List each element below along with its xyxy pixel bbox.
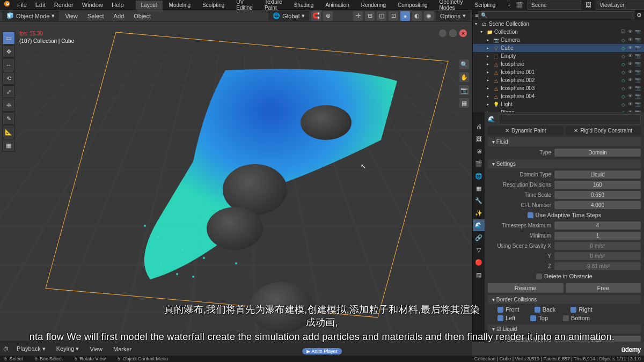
tool-transform[interactable]: ✛ <box>2 99 15 112</box>
menu-help[interactable]: Help <box>107 0 128 10</box>
workspace-tab-layout[interactable]: Layout <box>136 1 163 10</box>
menu-file[interactable]: File <box>13 0 31 10</box>
ptab-render[interactable]: 🖨 <box>473 121 485 132</box>
shade-wire[interactable]: ⊡ <box>389 11 398 21</box>
ptab-output[interactable]: 🖼 <box>473 133 485 145</box>
tree-item[interactable]: ▸△Icosphere.004◇👁📷 <box>473 92 644 100</box>
workspace-tab-rendering[interactable]: Rendering <box>356 1 391 10</box>
ptab-constraints[interactable]: 🔗 <box>473 232 485 243</box>
tree-item[interactable]: ▸△Icosphere.002◇👁📷 <box>473 76 644 84</box>
tree-item[interactable]: ▸△Icosphere◇👁📷 <box>473 60 644 68</box>
ptab-mesh[interactable]: ▽ <box>473 244 485 256</box>
tree-collection[interactable]: ▾📁Collection ☑👁📷 <box>473 28 644 36</box>
tool-rotate[interactable]: ⟲ <box>2 72 15 85</box>
tsmax-input[interactable]: 4 <box>554 221 641 230</box>
add-menu[interactable]: Add <box>110 11 128 21</box>
workspace-tab-modeling[interactable]: Modeling <box>164 1 196 10</box>
nav-gizmo[interactable]: Y Z X <box>439 29 467 57</box>
adaptive-checkbox[interactable] <box>528 212 533 218</box>
border-heading[interactable]: ▾ Border Collisions <box>488 295 641 304</box>
tool-measure[interactable]: 📐 <box>2 125 15 138</box>
shade-solid[interactable]: ● <box>400 11 410 21</box>
overlay-toggle[interactable]: ⊞ <box>365 11 375 21</box>
scene-name-input[interactable] <box>528 1 581 10</box>
ptab-modifiers[interactable]: 🔧 <box>473 195 485 206</box>
workspace-add[interactable]: + <box>502 1 516 10</box>
menu-edit[interactable]: Edit <box>31 0 50 10</box>
object-menu[interactable]: Object <box>130 11 155 21</box>
perspective-icon[interactable]: ▦ <box>459 98 469 108</box>
ptab-object[interactable]: ▦ <box>473 182 485 194</box>
ptab-particles[interactable]: ✨ <box>473 207 485 219</box>
dynamic-paint-tab[interactable]: ✕Dynamic Paint <box>488 126 564 135</box>
tl-playback[interactable]: Playback ▾ <box>13 344 49 353</box>
view-menu[interactable]: View <box>61 11 82 21</box>
mode-selector[interactable]: 🧊Object Mode▾ <box>2 11 59 21</box>
viewlayer-name-input[interactable] <box>596 1 644 10</box>
tl-keying[interactable]: Keying ▾ <box>53 344 83 353</box>
workspace-tab-compositing[interactable]: Compositing <box>392 1 433 10</box>
orientation-select[interactable]: 🌐Global▾ <box>268 11 309 21</box>
ptab-physics[interactable]: 🌊 <box>473 219 485 231</box>
workspace-tab-animation[interactable]: Animation <box>320 1 354 10</box>
ptab-material[interactable]: 🔴 <box>473 256 485 268</box>
rigid-body-tab[interactable]: ✕Rigid Body Constraint <box>566 126 641 135</box>
pan-icon[interactable]: ✋ <box>459 72 469 82</box>
gizmo-toggle[interactable]: ✛ <box>353 11 363 21</box>
free-button[interactable]: Free <box>566 283 641 293</box>
proportional-toggle[interactable]: ⊚ <box>323 11 333 21</box>
3d-viewport[interactable]: ▭ ✥ ↔ ⟲ ⤢ ✛ ✎ 📐 ▦ fps: 15.30 (107) Colle… <box>0 22 472 342</box>
delobstacle-checkbox[interactable] <box>536 274 542 279</box>
tree-item[interactable]: ▸📷Camera◇👁📷 <box>473 36 644 44</box>
outliner-search[interactable] <box>478 11 634 19</box>
tl-marker[interactable]: Marker <box>110 345 135 353</box>
left-chk[interactable] <box>497 315 503 321</box>
resolution-input[interactable]: 160 <box>554 181 641 189</box>
workspace-tab-shading[interactable]: Shading <box>289 1 319 10</box>
right-chk[interactable] <box>570 307 576 313</box>
filter-icon[interactable]: ⚙ <box>636 12 642 19</box>
resume-button[interactable]: Resume <box>488 283 564 293</box>
tree-item[interactable]: ▸△Icosphere.003◇👁📷 <box>473 84 644 92</box>
shade-matpreview[interactable]: ◐ <box>412 11 422 21</box>
ptab-texture[interactable]: ▨ <box>473 269 485 280</box>
ptab-viewlayer[interactable]: 🖥 <box>473 145 485 157</box>
tl-view[interactable]: View <box>86 345 106 353</box>
menu-window[interactable]: Window <box>78 0 107 10</box>
tool-cursor[interactable]: ✥ <box>2 45 15 58</box>
props-search[interactable] <box>499 114 641 124</box>
ptab-world[interactable]: 🌐 <box>473 170 485 182</box>
settings-heading[interactable]: ▾ Settings <box>488 159 641 168</box>
fluid-heading[interactable]: ▾ Fluid <box>488 137 641 146</box>
tree-item[interactable]: ▸△Icosphere.001◇👁📷 <box>473 68 644 76</box>
menu-render[interactable]: Render <box>50 0 78 10</box>
tsmin-input[interactable]: 1 <box>554 232 641 240</box>
tool-addcube[interactable]: ▦ <box>2 139 15 152</box>
tool-annotate[interactable]: ✎ <box>2 112 15 125</box>
top-chk[interactable] <box>530 315 536 321</box>
tool-move[interactable]: ↔ <box>2 58 15 71</box>
front-chk[interactable] <box>497 307 503 313</box>
xray-toggle[interactable]: ◫ <box>377 11 386 21</box>
tree-scene-collection[interactable]: ▾🗂Scene Collection <box>473 20 644 28</box>
ptab-scene[interactable]: 🎬 <box>473 158 485 169</box>
timescale-input[interactable]: 0.650 <box>554 191 641 199</box>
shade-rendered[interactable]: ◉ <box>424 11 434 21</box>
tree-item[interactable]: ▸▱Plane◇👁📷 <box>473 108 644 112</box>
tree-item[interactable]: ▸▽Cube◇👁📷 <box>473 44 644 52</box>
workspace-tab-sculpting[interactable]: Sculpting <box>197 1 230 10</box>
back-chk[interactable] <box>535 307 540 313</box>
options-popover[interactable]: Options▾ <box>436 11 470 21</box>
camera-icon[interactable]: 📷 <box>459 85 469 95</box>
tool-select[interactable]: ▭ <box>2 32 15 45</box>
cfl-input[interactable]: 4.000 <box>554 201 641 209</box>
workspace-tab-scripting[interactable]: Scripting <box>470 1 501 10</box>
tree-item[interactable]: ▸💡Light◇👁📷 <box>473 100 644 108</box>
fluid-type-select[interactable]: Domain <box>554 149 641 157</box>
timeline-editor-icon[interactable]: ⏱ <box>3 346 9 352</box>
tool-scale[interactable]: ⤢ <box>2 85 15 98</box>
select-menu[interactable]: Select <box>84 11 108 21</box>
zoom-icon[interactable]: 🔍 <box>459 60 469 69</box>
snap-toggle[interactable]: 🧲 <box>311 11 321 21</box>
domain-type-select[interactable]: Liquid <box>554 171 641 179</box>
